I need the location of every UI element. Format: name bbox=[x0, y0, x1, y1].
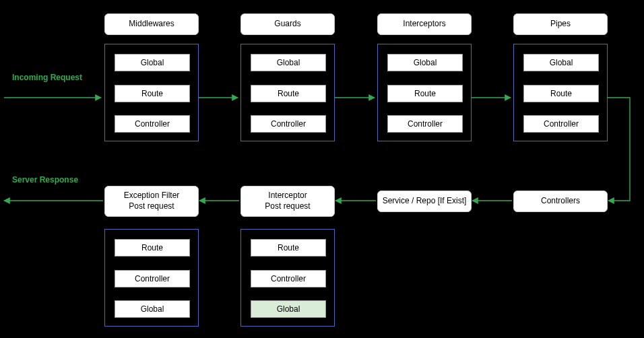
stage-title-label-line1: Interceptor bbox=[265, 191, 310, 201]
level-controller: Controller bbox=[251, 270, 326, 288]
level-route: Route bbox=[387, 85, 463, 102]
stage-title-label: Guards bbox=[274, 19, 300, 30]
stage-title-pipes: Pipes bbox=[513, 13, 608, 35]
level-label: Route bbox=[141, 89, 163, 98]
level-label: Controller bbox=[135, 274, 170, 283]
level-route: Route bbox=[115, 239, 190, 257]
level-route: Route bbox=[251, 239, 326, 257]
level-label: Controller bbox=[544, 119, 579, 129]
stage-title-middlewares: Middlewares bbox=[104, 13, 199, 35]
level-label: Controller bbox=[135, 119, 170, 129]
level-label: Global bbox=[414, 58, 437, 67]
stage-title-label-line2: Post request bbox=[124, 201, 180, 212]
level-label: Controller bbox=[408, 119, 443, 129]
level-label: Global bbox=[141, 58, 164, 67]
level-label: Route bbox=[141, 243, 163, 252]
stage-title-label: Service / Repo [If Exist] bbox=[383, 196, 467, 207]
level-label: Global bbox=[277, 304, 300, 314]
stage-title-label-line1: Exception Filter bbox=[124, 191, 180, 201]
server-response-label: Server Response bbox=[12, 175, 78, 184]
level-controller: Controller bbox=[115, 270, 190, 288]
stage-title-interceptors: Interceptors bbox=[377, 13, 472, 35]
level-global: Global bbox=[115, 54, 190, 71]
level-label: Route bbox=[414, 89, 436, 98]
level-global: Global bbox=[523, 54, 599, 71]
stage-title-label: Controllers bbox=[541, 196, 580, 207]
stage-detail-middlewares: Global Route Controller bbox=[104, 44, 199, 141]
level-label: Global bbox=[550, 58, 573, 67]
level-controller: Controller bbox=[523, 115, 599, 133]
level-label: Global bbox=[141, 304, 164, 314]
level-route: Route bbox=[251, 85, 326, 102]
level-label: Global bbox=[277, 58, 300, 67]
level-global: Global bbox=[251, 54, 326, 71]
stage-detail-interceptor-post: Route Controller Global bbox=[240, 229, 335, 327]
stage-title-controllers: Controllers bbox=[513, 191, 608, 212]
level-route: Route bbox=[523, 85, 599, 102]
stage-title-label: Pipes bbox=[550, 19, 571, 30]
stage-title-exception-post: Exception Filter Post request bbox=[104, 186, 199, 217]
incoming-request-label: Incoming Request bbox=[12, 73, 82, 82]
stage-detail-interceptors: Global Route Controller bbox=[377, 44, 472, 141]
level-controller: Controller bbox=[387, 115, 463, 133]
level-label: Route bbox=[278, 243, 299, 252]
stage-title-interceptor-post: Interceptor Post request bbox=[240, 186, 335, 217]
stage-title-service-repo: Service / Repo [If Exist] bbox=[377, 191, 472, 212]
level-label: Controller bbox=[271, 274, 306, 283]
level-controller: Controller bbox=[251, 115, 326, 133]
level-label: Route bbox=[278, 89, 299, 98]
stage-detail-pipes: Global Route Controller bbox=[513, 44, 608, 141]
stage-title-guards: Guards bbox=[240, 13, 335, 35]
level-label: Controller bbox=[271, 119, 306, 129]
stage-title-label: Interceptors bbox=[403, 19, 445, 30]
level-route: Route bbox=[115, 85, 190, 102]
stage-title-label-line2: Post request bbox=[265, 201, 310, 212]
level-controller: Controller bbox=[115, 115, 190, 133]
diagram-canvas: Incoming Request Server Response Middlew… bbox=[0, 0, 644, 338]
stage-detail-guards: Global Route Controller bbox=[240, 44, 335, 141]
level-global: Global bbox=[387, 54, 463, 71]
level-global-highlighted: Global bbox=[251, 300, 326, 318]
stage-title-label: Middlewares bbox=[129, 19, 174, 30]
level-label: Route bbox=[550, 89, 572, 98]
level-global: Global bbox=[115, 300, 190, 318]
stage-detail-exception-post: Route Controller Global bbox=[104, 229, 199, 327]
